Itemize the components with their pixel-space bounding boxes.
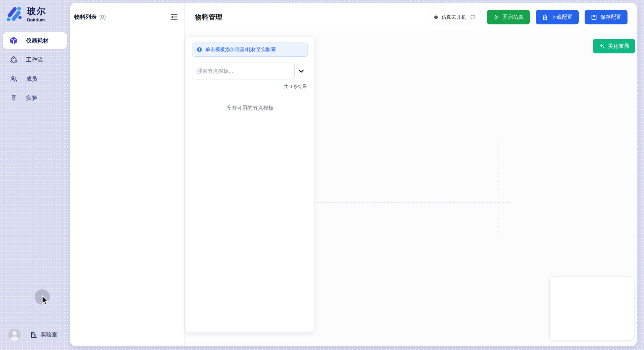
save-icon xyxy=(591,14,597,20)
template-search-row xyxy=(192,63,308,79)
sidebar-item-members[interactable]: 成员 xyxy=(3,71,67,87)
sidebar-footer: 实验室 xyxy=(8,329,57,341)
header-actions: 仿真未开机 开启仿真 xyxy=(429,10,628,24)
main-region: 物料管理 仿真未开机 开启仿真 xyxy=(185,3,637,346)
canvas-guide-horizontal xyxy=(314,202,510,203)
refresh-icon[interactable] xyxy=(470,14,476,20)
material-list-header: 物料列表 (0) xyxy=(70,3,184,21)
sidebar-nav: 仪器耗材 工作流 成员 xyxy=(0,32,70,106)
sidebar-item-experiments[interactable]: 实验 xyxy=(3,90,67,106)
template-search-input[interactable] xyxy=(192,63,295,79)
user-avatar[interactable] xyxy=(8,329,20,341)
layout-canvas[interactable]: 单击模板添加仪器/耗材至实验室 共 0 条结果 没有可用的节点模板 xyxy=(185,32,637,346)
play-icon xyxy=(493,14,499,20)
sidebar-item-label: 实验 xyxy=(26,94,37,102)
sparkles-icon xyxy=(599,43,605,49)
building-icon xyxy=(30,331,38,339)
bohrium-logo-icon xyxy=(5,5,22,22)
sidebar-item-workflow[interactable]: 工作流 xyxy=(3,51,67,68)
lab-entry-label: 实验室 xyxy=(41,331,57,338)
minimap-panel[interactable] xyxy=(549,276,634,340)
chevron-down-icon[interactable] xyxy=(295,68,308,75)
material-list-count: (0) xyxy=(99,14,106,20)
download-config-button[interactable]: 下载配置 xyxy=(536,10,579,24)
sidebar-item-label: 仪器耗材 xyxy=(26,37,48,44)
save-config-button[interactable]: 保存配置 xyxy=(585,10,628,24)
beautify-layout-button[interactable]: 美化布局 xyxy=(593,39,635,53)
template-result-count: 共 0 条结果 xyxy=(192,84,308,90)
template-hint-text: 单击模板添加仪器/耗材至实验室 xyxy=(205,46,276,53)
page-header: 物料管理 仿真未开机 开启仿真 xyxy=(185,3,637,32)
material-list-title: 物料列表 xyxy=(74,13,97,21)
info-icon xyxy=(197,47,202,52)
material-list-panel: 物料列表 (0) xyxy=(70,3,185,346)
template-empty-text: 没有可用的节点模板 xyxy=(192,105,308,112)
status-dot-icon xyxy=(434,15,438,19)
start-simulation-button[interactable]: 开启仿真 xyxy=(487,10,530,24)
sidebar-item-instruments[interactable]: 仪器耗材 xyxy=(3,32,67,49)
collapse-panel-icon[interactable] xyxy=(171,14,178,20)
node-template-panel: 单击模板添加仪器/耗材至实验室 共 0 条结果 没有可用的节点模板 xyxy=(186,36,314,332)
sidebar-item-label: 工作流 xyxy=(26,56,43,64)
brand-subtitle: Bohrium xyxy=(27,17,46,22)
workflow-icon xyxy=(9,55,18,64)
sidebar-item-label: 成员 xyxy=(26,75,37,83)
members-icon xyxy=(9,74,18,83)
simulation-status-label: 仿真未开机 xyxy=(441,14,466,20)
sidebar: 玻尔 Bohrium 仪器耗材 工作流 xyxy=(0,0,70,350)
cube-icon xyxy=(9,36,18,45)
test-tube-icon xyxy=(9,94,18,102)
lab-entry[interactable]: 实验室 xyxy=(30,331,57,339)
canvas-guide-vertical xyxy=(499,142,499,237)
simulation-status-chip: 仿真未开机 xyxy=(429,10,481,24)
content-card: 物料列表 (0) 物料管理 仿真未开机 xyxy=(70,3,637,346)
page-title: 物料管理 xyxy=(195,13,222,22)
brand-logo: 玻尔 Bohrium xyxy=(0,0,70,22)
brand-name: 玻尔 xyxy=(27,5,46,17)
template-hint-banner: 单击模板添加仪器/耗材至实验室 xyxy=(192,43,308,57)
file-download-icon xyxy=(542,14,548,20)
